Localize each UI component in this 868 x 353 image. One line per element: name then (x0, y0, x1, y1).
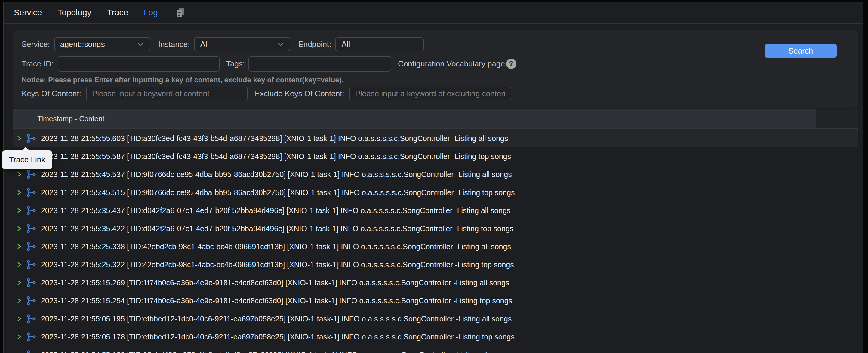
log-row[interactable]: 2023-11-28 21:55:35.422 [TID:d042f2a6-07… (12, 220, 858, 237)
chevron-down-icon (136, 40, 144, 48)
chevron-right-expand-icon[interactable] (15, 315, 24, 323)
trace-link-icon[interactable] (27, 314, 36, 324)
copy-pages-icon[interactable] (175, 7, 186, 18)
trace-link-icon[interactable] (27, 278, 36, 287)
notice-text: Notice: Please press Enter after inputti… (22, 76, 343, 84)
log-row[interactable]: 2023-11-28 21:55:45.515 [TID:9f0766dc-ce… (12, 184, 858, 201)
trace-id-label: Trace ID: (22, 59, 54, 69)
log-text: 2023-11-28 21:55:35.422 [TID:d042f2a6-07… (41, 224, 514, 233)
tab-topology[interactable]: Topology (57, 8, 91, 18)
filter-row-trace: Trace ID: Tags: Configuration Vocabulary… (22, 56, 849, 71)
trace-id-input[interactable] (58, 56, 220, 71)
log-text: 2023-11-28 21:54:55.109 [TID:98abd492-c9… (41, 351, 510, 353)
chevron-right-expand-icon[interactable] (15, 260, 24, 269)
filter-panel: Service: agent::songs Instance: All Endp… (12, 30, 858, 108)
log-text: 2023-11-28 21:55:45.515 [TID:9f0766dc-ce… (41, 188, 515, 197)
chevron-right-expand-icon[interactable] (15, 170, 24, 179)
log-row[interactable]: 2023-11-28 21:55:15.254 [TID:1f74b0c6-a3… (12, 292, 858, 310)
chevron-right-expand-icon[interactable] (15, 332, 24, 341)
instance-select-value: All (200, 40, 209, 49)
tab-service[interactable]: Service (14, 8, 42, 18)
log-row[interactable]: 2023-11-28 21:55:35.437 [TID:d042f2a6-07… (12, 201, 858, 220)
timestamp-content-header: Timestamp - Content (12, 109, 816, 128)
trace-link-icon[interactable] (27, 224, 36, 233)
chevron-right-expand-icon[interactable] (15, 242, 24, 251)
exclude-keys-label: Exclude Keys Of Content: (255, 89, 344, 98)
log-text: 2023-11-28 21:55:05.178 [TID:efbbed12-1d… (41, 332, 515, 341)
chevron-down-icon (276, 40, 284, 48)
log-text: 2023-11-28 21:55:25.322 [TID:42ebd2cb-98… (41, 260, 514, 269)
trace-link-icon[interactable] (27, 188, 36, 197)
endpoint-input[interactable] (335, 37, 424, 51)
service-select-value: agent::songs (60, 40, 105, 49)
chevron-right-expand-icon[interactable] (15, 206, 24, 215)
log-text: 2023-11-28 21:55:15.269 [TID:1f74b0c6-a3… (41, 279, 509, 287)
log-row[interactable]: 2023-11-28 21:55:55.587 [TID:a30fc3ed-fc… (12, 147, 858, 165)
chevron-right-expand-icon[interactable] (15, 351, 24, 353)
service-select[interactable]: agent::songs (54, 37, 150, 51)
tab-log[interactable]: Log (144, 8, 158, 18)
question-mark-icon[interactable]: ? (506, 59, 517, 69)
log-text: 2023-11-28 21:55:05.195 [TID:efbbed12-1d… (41, 315, 512, 323)
instance-label: Instance: (158, 40, 190, 49)
trace-link-icon[interactable] (27, 260, 36, 269)
trace-link-icon[interactable] (27, 242, 36, 251)
trace-link-icon[interactable] (27, 169, 36, 179)
log-table-header: Timestamp - Content (12, 109, 858, 129)
top-nav: Service Topology Trace Log (4, 2, 863, 24)
log-text: 2023-11-28 21:55:55.603 [TID:a30fc3ed-fc… (41, 134, 508, 143)
trace-link-icon[interactable] (27, 133, 36, 143)
log-text: 2023-11-28 21:55:45.537 [TID:9f0766dc-ce… (41, 170, 512, 179)
log-page: Service Topology Trace Log Service: agen… (3, 2, 863, 353)
log-row[interactable]: 2023-11-28 21:55:25.338 [TID:42ebd2cb-98… (12, 237, 858, 256)
instance-select[interactable]: All (194, 37, 290, 51)
log-row[interactable]: 2023-11-28 21:55:55.603 [TID:a30fc3ed-fc… (12, 129, 858, 147)
log-table-body: 2023-11-28 21:55:55.603 [TID:a30fc3ed-fc… (12, 129, 858, 353)
chevron-right-expand-icon[interactable] (15, 188, 24, 197)
chevron-right-expand-icon[interactable] (15, 296, 24, 305)
filter-row-keys: Keys Of Content: Exclude Keys Of Content… (22, 87, 849, 100)
log-text: 2023-11-28 21:55:25.338 [TID:42ebd2cb-98… (41, 242, 511, 251)
endpoint-label: Endpoint: (298, 40, 331, 49)
chevron-right-expand-icon[interactable] (15, 279, 24, 287)
keys-of-content-label: Keys Of Content: (22, 89, 81, 98)
chevron-right-expand-icon[interactable] (15, 134, 24, 142)
trace-link-icon[interactable] (27, 206, 36, 215)
chevron-right-expand-icon[interactable] (15, 224, 24, 233)
exclude-keys-input[interactable] (349, 87, 511, 100)
trace-link-tooltip: Trace Link (2, 150, 52, 169)
log-text: 2023-11-28 21:55:15.254 [TID:1f74b0c6-a3… (41, 296, 512, 305)
trace-link-icon[interactable] (27, 350, 36, 353)
filter-row-primary: Service: agent::songs Instance: All Endp… (22, 37, 849, 51)
log-row[interactable]: 2023-11-28 21:55:25.322 [TID:42ebd2cb-98… (12, 256, 858, 274)
trace-link-icon[interactable] (27, 296, 36, 306)
log-text: 2023-11-28 21:55:55.587 [TID:a30fc3ed-fc… (41, 152, 511, 161)
log-text: 2023-11-28 21:55:35.437 [TID:d042f2a6-07… (41, 206, 511, 215)
tooltip-text: Trace Link (9, 155, 45, 164)
keys-of-content-input[interactable] (86, 87, 248, 100)
log-row[interactable]: 2023-11-28 21:54:55.109 [TID:98abd492-c9… (12, 346, 858, 353)
log-row[interactable]: 2023-11-28 21:55:05.178 [TID:efbbed12-1d… (12, 328, 858, 346)
tags-input[interactable] (248, 56, 391, 71)
log-row[interactable]: 2023-11-28 21:55:45.537 [TID:9f0766dc-ce… (12, 165, 858, 184)
log-row[interactable]: 2023-11-28 21:55:15.269 [TID:1f74b0c6-a3… (12, 274, 858, 292)
configuration-vocabulary-link[interactable]: Configuration Vocabulary page (398, 59, 505, 69)
tab-trace[interactable]: Trace (107, 8, 128, 18)
trace-link-icon[interactable] (27, 332, 36, 342)
service-label: Service: (22, 40, 50, 49)
log-row[interactable]: 2023-11-28 21:55:05.195 [TID:efbbed12-1d… (12, 310, 858, 328)
tags-label: Tags: (226, 59, 245, 69)
